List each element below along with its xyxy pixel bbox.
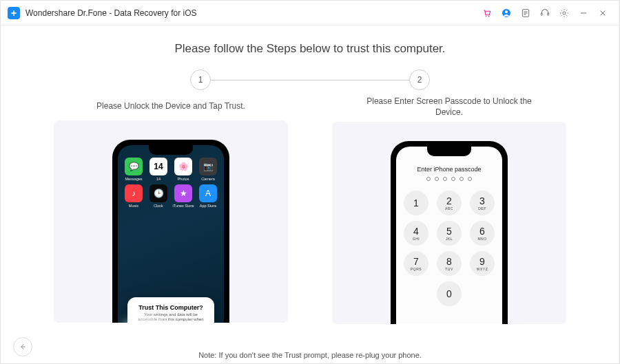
app-icon: 🌸Photos — [172, 158, 195, 181]
keypad-key: 5JKL — [437, 221, 462, 246]
step-1-column: Please Unlock the Device and Tap Trust. … — [42, 96, 300, 324]
keypad-key: 0 — [437, 281, 462, 306]
account-icon[interactable] — [497, 3, 516, 23]
notch-icon — [149, 145, 193, 155]
step-2-badge: 2 — [409, 69, 430, 90]
step-2-column: Please Enter Screen Passcode to Unlock t… — [320, 96, 578, 324]
svg-point-3 — [505, 10, 508, 13]
passcode-keypad: 12ABC3DEF4GHI5JKL6MNO7PQRS8TUV9WXYZ0 — [396, 191, 502, 306]
main-content: Please follow the Steps below to trust t… — [1, 25, 619, 363]
trust-dialog-message: Your settings and data will be accessibl… — [134, 312, 207, 323]
svg-point-7 — [563, 12, 566, 14]
phone-mock-1: 💬Messages1414🌸Photos📷Camera♪Music🕒Clock★… — [112, 140, 229, 323]
page-heading: Please follow the Steps below to trust t… — [42, 42, 578, 56]
passcode-dot — [468, 177, 472, 181]
trust-dialog: Trust This Computer? Your settings and d… — [127, 297, 214, 323]
app-icon: ♪Music — [122, 184, 145, 208]
keypad-key: 3DEF — [470, 191, 495, 215]
step-2-label: Please Enter Screen Passcode to Unlock t… — [360, 96, 539, 118]
step-connector — [211, 80, 409, 81]
passcode-title: Enter iPhone passcode — [396, 166, 502, 173]
trust-dialog-title: Trust This Computer? — [134, 304, 207, 311]
step-1-label: Please Unlock the Device and Tap Trust. — [96, 96, 245, 116]
titlebar: + Wondershare Dr.Fone - Data Recovery fo… — [1, 1, 619, 25]
passcode-dot — [426, 177, 431, 181]
keypad-key: 7PQRS — [404, 251, 428, 276]
feedback-icon[interactable] — [516, 3, 535, 23]
keypad-key: 4GHI — [404, 221, 428, 246]
keypad-key: 2ABC — [437, 191, 462, 215]
phone-mock-2: Enter iPhone passcode 12ABC3DEF4GHI5JKL6… — [391, 141, 508, 324]
keypad-key: 8TUV — [437, 251, 462, 276]
minimize-button[interactable] — [574, 3, 593, 23]
passcode-dot — [443, 177, 447, 181]
notch-icon — [427, 147, 471, 156]
passcode-dot — [451, 177, 455, 181]
passcode-dot — [459, 177, 464, 181]
back-button[interactable] — [13, 337, 32, 356]
settings-icon[interactable] — [555, 3, 574, 23]
shop-icon[interactable] — [477, 3, 497, 23]
app-icon: AApp Store — [196, 184, 220, 208]
keypad-key: 1 — [404, 191, 428, 215]
app-logo-icon: + — [8, 7, 20, 19]
close-button[interactable] — [593, 3, 612, 23]
passcode-dots — [396, 177, 502, 181]
app-icon: 🕒Clock — [147, 184, 170, 208]
svg-point-0 — [486, 15, 487, 17]
note-text: If you don't see the Trust prompt, pleas… — [216, 351, 421, 359]
app-icon: 📷Camera — [196, 158, 220, 181]
step-2-illustration: Enter iPhone passcode 12ABC3DEF4GHI5JKL6… — [332, 122, 566, 324]
support-icon[interactable] — [535, 3, 555, 23]
app-icon: ★iTunes Store — [172, 184, 195, 208]
note-label: Note: — [198, 351, 216, 359]
app-icon: 1414 — [147, 158, 170, 181]
step-1-illustration: 💬Messages1414🌸Photos📷Camera♪Music🕒Clock★… — [54, 120, 288, 323]
footer-note: Note: If you don't see the Trust prompt,… — [1, 351, 619, 359]
app-icon: 💬Messages — [122, 158, 145, 181]
keypad-key: 9WXYZ — [470, 251, 495, 276]
passcode-dot — [435, 177, 439, 181]
step-1-badge: 1 — [190, 69, 211, 90]
app-title: Wondershare Dr.Fone - Data Recovery for … — [25, 8, 197, 18]
step-indicator: 1 2 — [42, 69, 578, 90]
svg-point-1 — [488, 15, 490, 17]
keypad-key: 6MNO — [470, 221, 495, 246]
